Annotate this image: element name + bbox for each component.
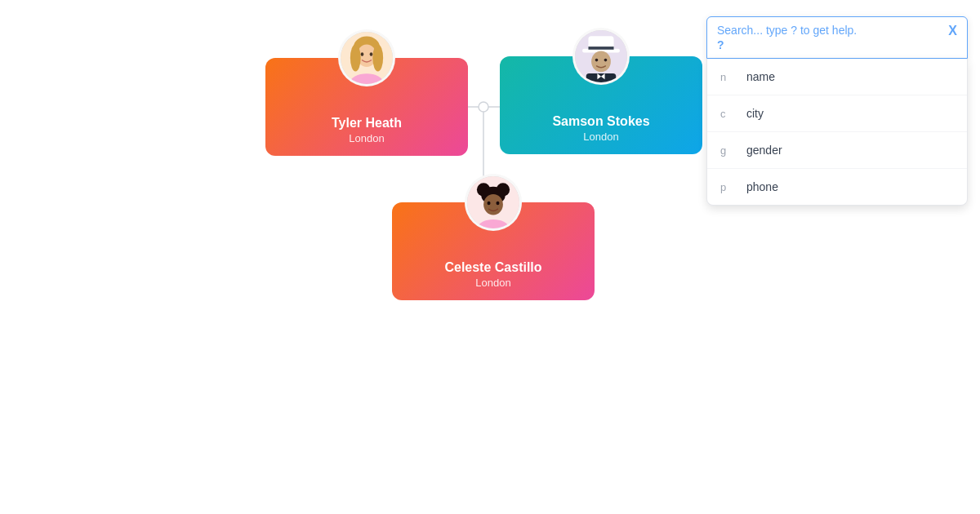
svg-point-29 [496,202,499,206]
tyler-city: London [349,132,384,144]
svg-point-10 [361,52,364,56]
search-item-label-city: city [746,107,764,120]
search-item-phone[interactable]: p phone [707,169,967,205]
svg-point-28 [488,202,491,206]
svg-point-3 [479,102,488,112]
svg-point-21 [604,59,608,62]
avatar-samson [572,28,630,85]
search-placeholder: Search... type ? to get help. [717,24,942,37]
canvas: Tyler Heath London [0,0,980,514]
svg-point-20 [595,59,599,62]
svg-point-7 [350,45,361,72]
svg-point-26 [483,194,503,215]
person-card-celeste[interactable]: Celeste Castillo London [392,202,595,300]
search-item-key-name: n [720,71,737,83]
celeste-city: London [475,277,510,289]
search-dropdown: n name c city g gender p phone [706,59,968,206]
search-query: ? [717,38,942,51]
search-item-city[interactable]: c city [707,95,967,132]
search-item-label-gender: gender [746,144,782,157]
search-item-label-name: name [746,70,775,83]
samson-name: Samson Stokes [552,114,649,129]
search-content: Search... type ? to get help. ? [717,24,942,51]
search-item-key-city: c [720,108,737,120]
search-close-button[interactable]: X [948,24,957,38]
svg-point-16 [591,51,611,73]
samson-city: London [583,131,618,143]
person-card-samson[interactable]: Samson Stokes London [500,56,702,154]
search-item-label-phone: phone [746,180,778,193]
svg-rect-15 [588,47,613,50]
svg-rect-17 [586,73,617,82]
person-card-tyler[interactable]: Tyler Heath London [265,58,468,156]
search-item-name[interactable]: n name [707,59,967,95]
search-item-key-phone: p [720,181,737,193]
tyler-name: Tyler Heath [332,116,402,131]
search-item-gender[interactable]: g gender [707,132,967,169]
search-box[interactable]: Search... type ? to get help. ? X [706,16,968,59]
svg-point-11 [370,52,373,56]
svg-point-8 [372,45,383,72]
avatar-celeste [465,174,522,231]
search-container: Search... type ? to get help. ? X n name… [706,16,968,206]
avatar-tyler [338,29,395,86]
search-item-key-gender: g [720,144,737,157]
celeste-name: Celeste Castillo [444,260,541,275]
